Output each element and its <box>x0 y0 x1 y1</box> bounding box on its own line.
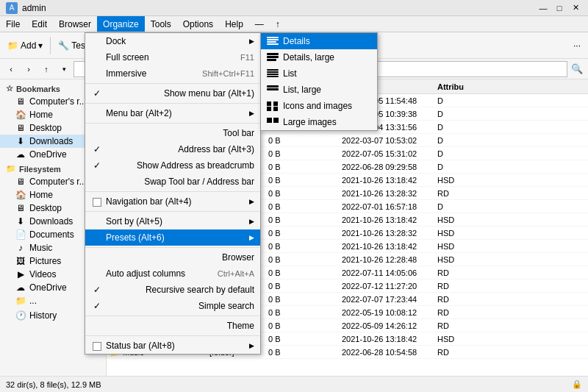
row-modified: 2022-05-09 14:26:12 <box>342 321 437 330</box>
minimize-button[interactable]: — <box>537 1 550 15</box>
statusbar-checkbox <box>91 341 103 351</box>
home1-label: Home <box>29 110 53 120</box>
row-size: 0 B <box>268 282 312 291</box>
org-browser[interactable]: Browser <box>85 249 260 266</box>
add-button[interactable]: 📁 Add ▾ <box>3 38 47 53</box>
details-icon <box>267 37 279 46</box>
menu-up[interactable]: ↑ <box>270 16 286 32</box>
close-button[interactable]: ✕ <box>569 1 582 15</box>
org-statusbar[interactable]: Status bar (Alt+8) ▶ <box>85 338 260 354</box>
menu-file[interactable]: File <box>0 16 26 32</box>
title-text: admin <box>22 3 537 13</box>
row-modified: 2022-07-01 16:57:18 <box>342 202 437 211</box>
documents-icon: 📄 <box>15 229 26 240</box>
preset-details[interactable]: Details <box>261 33 377 49</box>
org-swaptool[interactable]: Swap Tool bar / Address bar <box>85 174 260 190</box>
org-theme[interactable]: Theme <box>85 318 260 334</box>
org-menubar2[interactable]: Menu bar (Alt+2) ▶ <box>85 105 260 121</box>
menu-tools[interactable]: Tools <box>145 16 177 32</box>
row-size: 0 B <box>268 215 312 224</box>
addressbar-label: Address bar (Alt+3) <box>178 144 254 154</box>
row-attrib: D <box>437 163 481 171</box>
computerr2-label: Computer's r... <box>29 177 87 187</box>
row-attrib: HSD <box>437 255 481 264</box>
preset-details-large[interactable]: Details, large <box>261 49 377 65</box>
row-modified: 2022-06-28 09:29:58 <box>342 163 437 171</box>
menu-browser[interactable]: Browser <box>53 16 97 32</box>
row-modified: 2022-05-19 10:08:12 <box>342 308 437 317</box>
org-recursive[interactable]: ✓ Recursive search by default <box>85 282 260 298</box>
home2-label: Home <box>29 190 53 200</box>
navbar-arrow: ▶ <box>249 198 254 205</box>
preset-list-large[interactable]: List, large <box>261 82 377 98</box>
menu-options[interactable]: Options <box>177 16 219 32</box>
showaddress-label: Show Address as breadcrumb <box>137 160 254 171</box>
org-immersive[interactable]: Immersive Shift+Ctrl+F11 <box>85 65 260 82</box>
autoadjust-label: Auto adjust columns <box>106 268 185 279</box>
org-toolbar[interactable]: Tool bar <box>85 125 260 141</box>
add-dropdown-icon: ▾ <box>38 40 43 51</box>
row-attrib: D <box>437 96 481 105</box>
org-sortby[interactable]: Sort by (Alt+5) ▶ <box>85 213 260 229</box>
downloads1-label: Downloads <box>29 136 73 146</box>
org-dock[interactable]: Dock ▶ <box>85 33 260 49</box>
row-attrib: RD <box>437 282 481 291</box>
menu-edit[interactable]: Edit <box>26 16 53 32</box>
preset-large-images[interactable]: Large images <box>261 114 377 130</box>
navbar-label: Navigation bar (Alt+4) <box>106 196 191 207</box>
showaddress-check: ✓ <box>91 160 103 171</box>
org-sep6 <box>85 247 260 248</box>
addressbar-check: ✓ <box>91 144 103 154</box>
org-sep1 <box>85 83 260 84</box>
preset-list[interactable]: List <box>261 65 377 82</box>
org-fullscreen[interactable]: Full screen F11 <box>85 49 260 65</box>
row-modified: 2022-03-07 10:53:02 <box>342 136 437 145</box>
up-button[interactable]: ↑ <box>38 61 54 77</box>
immersive-label: Immersive <box>106 68 146 79</box>
back-button[interactable]: ‹ <box>3 61 19 77</box>
org-showmenu[interactable]: ✓ Show menu bar (Alt+1) <box>85 85 260 101</box>
preset-icons-images[interactable]: Icons and images <box>261 98 377 114</box>
row-size: 0 B <box>268 295 312 304</box>
row-size: 0 B <box>268 136 312 145</box>
row-attrib: D <box>437 110 481 118</box>
row-attrib: HSD <box>437 242 481 251</box>
org-presets[interactable]: Presets (Alt+6) ▶ <box>85 229 260 246</box>
history-icon: 🕐 <box>15 310 26 321</box>
org-autoadjust[interactable]: Auto adjust columns Ctrl+Alt+A <box>85 266 260 282</box>
row-size: 0 B <box>268 202 312 211</box>
row-modified: 2021-10-26 13:18:42 <box>342 176 437 185</box>
onedrive1-label: OneDrive <box>29 149 67 160</box>
more-button[interactable]: ··· <box>569 38 585 53</box>
row-modified: 2021-10-26 13:28:32 <box>342 229 437 238</box>
dock-label: Dock <box>106 36 126 46</box>
details-large-icon <box>267 53 279 62</box>
history-label: History <box>29 310 57 321</box>
forward-button[interactable]: › <box>21 61 37 77</box>
menu-help[interactable]: Help <box>219 16 249 32</box>
row-size: 0 B <box>268 335 312 343</box>
folder-icon-main: 📁 <box>6 164 16 174</box>
row-modified: 2022-07-05 15:31:02 <box>342 149 437 158</box>
row-size: 0 B <box>268 255 312 264</box>
filesystem-label: Filesystem <box>19 165 61 174</box>
row-size: 0 B <box>268 163 312 171</box>
row-size: 0 B <box>268 308 312 317</box>
org-simplesearch[interactable]: ✓ Simple search <box>85 298 260 314</box>
row-modified: 2022-07-07 17:23:44 <box>342 295 437 304</box>
organize-menu: Dock ▶ Full screen F11 Immersive Shift+C… <box>85 32 261 354</box>
refresh-button[interactable]: ▾ <box>56 61 72 77</box>
search-button[interactable]: 🔍 <box>569 61 585 77</box>
org-navbar[interactable]: Navigation bar (Alt+4) ▶ <box>85 193 260 210</box>
org-addressbar[interactable]: ✓ Address bar (Alt+3) <box>85 141 260 157</box>
org-sep2 <box>85 103 260 104</box>
org-showaddress[interactable]: ✓ Show Address as breadcrumb <box>85 157 260 174</box>
maximize-button[interactable]: □ <box>553 1 566 15</box>
downloads2-label: Downloads <box>29 216 73 227</box>
row-attrib: RD <box>437 189 481 198</box>
col-header-attrib[interactable]: Attribu <box>437 82 481 91</box>
row-attrib: D <box>437 123 481 132</box>
menu-organize[interactable]: Organize <box>97 16 145 32</box>
menubar2-arrow: ▶ <box>249 110 254 117</box>
test-icon: 🔧 <box>58 40 69 51</box>
